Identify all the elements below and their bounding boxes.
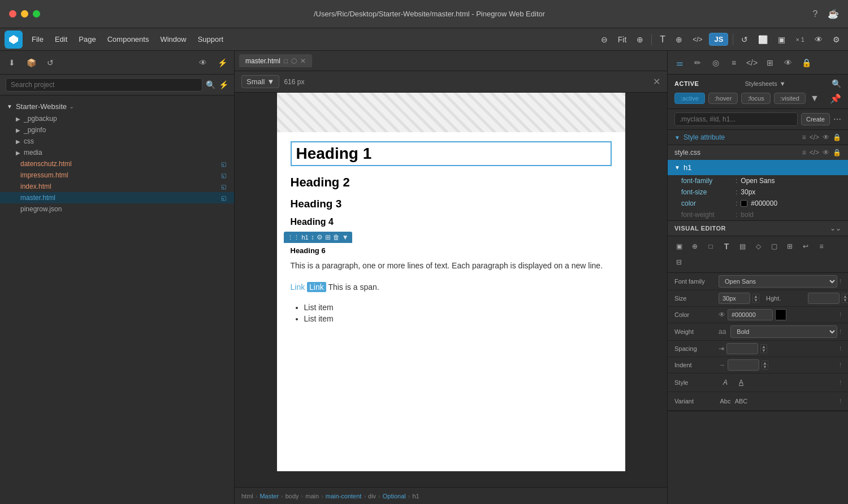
ve-spacing-down[interactable]: ▼ — [760, 349, 767, 353]
tree-pinegrow-json[interactable]: pinegrow.json — [0, 203, 234, 215]
style-attr-header[interactable]: ▼ Style attribute ≡ </> 👁 🔒 — [674, 133, 841, 141]
list-item-1[interactable]: List item — [304, 303, 612, 312]
preview-icon[interactable]: 👁 — [196, 55, 210, 70]
settings-element-icon[interactable]: ⚙ — [317, 233, 323, 241]
ve-color-preview[interactable] — [775, 309, 786, 320]
filter-icon[interactable]: ⚡ — [215, 55, 230, 70]
layers-icon[interactable]: ◎ — [708, 55, 723, 70]
list-item-2[interactable]: List item — [304, 314, 612, 323]
ve-color-more-icon[interactable]: ! — [840, 312, 841, 318]
filter-options-icon[interactable]: ⚡ — [219, 80, 228, 89]
settings-icon[interactable]: ⚙ — [829, 33, 843, 46]
close-button[interactable] — [9, 10, 16, 18]
css-code-icon[interactable]: </> — [810, 149, 819, 157]
css-value-font-weight[interactable]: bold — [741, 211, 754, 219]
css-value-font-family[interactable]: Open Sans — [741, 177, 775, 185]
preview-h2[interactable]: Heading 2 — [291, 175, 612, 190]
create-button[interactable]: Create — [801, 113, 830, 125]
ve-indent-more-icon[interactable]: ! — [840, 362, 841, 368]
ve-size-input[interactable] — [719, 293, 750, 304]
ve-color-eye-icon[interactable]: 👁 — [719, 311, 725, 319]
tree-datenschutz[interactable]: datenschutz.html ◱ — [0, 158, 234, 170]
brush-icon[interactable]: ✏ — [690, 55, 705, 70]
tree-css[interactable]: ▶ css — [0, 136, 234, 147]
ve-hght-input[interactable] — [808, 293, 840, 304]
grid-icon[interactable]: ⊞ — [325, 233, 331, 241]
stylesheets-dropdown[interactable]: Stylesheets ▼ — [742, 79, 789, 88]
history-icon[interactable]: ↺ — [43, 55, 58, 70]
size-selector[interactable]: Small ▼ — [241, 75, 279, 88]
project-header[interactable]: ▼ Starter-Website ⌄ — [0, 100, 234, 113]
tablet-icon[interactable]: ▣ — [775, 33, 789, 46]
select-icon[interactable]: ⊕ — [672, 33, 686, 46]
ve-spacing-input[interactable] — [726, 343, 758, 354]
eye-right-icon[interactable]: 👁 — [781, 55, 795, 70]
breadcrumb-main-content[interactable]: main-content — [326, 493, 362, 499]
menu-support[interactable]: Support — [193, 33, 228, 46]
refresh-icon[interactable]: ↺ — [738, 33, 751, 46]
preview-h1[interactable]: Heading 1 — [291, 141, 612, 166]
tree-pgbackup[interactable]: ▶ _pgbackup — [0, 113, 234, 124]
ve-indent-icon[interactable]: ↩ — [799, 240, 812, 253]
desktop-icon[interactable]: ⬜ — [755, 33, 771, 46]
ve-variant-ABC-icon[interactable]: ABC — [734, 394, 748, 408]
ve-indent-down[interactable]: ▼ — [762, 365, 768, 370]
tree-impressum[interactable]: impressum.html ◱ — [0, 170, 234, 181]
components-icon[interactable]: ⊞ — [763, 55, 777, 70]
project-dropdown[interactable]: ⌄ — [69, 103, 74, 110]
search-right-icon[interactable]: 🔍 — [832, 79, 841, 88]
minimize-button[interactable] — [21, 10, 28, 18]
tree-master[interactable]: master.html ◱ — [0, 192, 234, 203]
more-options-icon[interactable]: ⋯ — [833, 115, 841, 124]
preview-paragraph[interactable]: This is a paragraph, one or more lines o… — [291, 259, 612, 272]
preview-h3[interactable]: Heading 3 — [291, 198, 612, 210]
ve-font-family-more-icon[interactable]: ! — [840, 279, 841, 285]
styles-icon[interactable]: ⚌ — [672, 55, 687, 70]
style-attr-code-icon[interactable]: </> — [810, 133, 819, 141]
tree-media[interactable]: ▶ media — [0, 147, 234, 158]
ve-size-down[interactable]: ▼ — [752, 298, 759, 303]
menu-window[interactable]: Window — [155, 33, 191, 46]
pseudo-visited-btn[interactable]: :visited — [774, 93, 806, 104]
ve-variant-more-icon[interactable]: ! — [840, 398, 841, 405]
tab-close-icon[interactable]: ✕ — [300, 57, 306, 65]
zoom-out-btn[interactable]: ⊖ — [598, 33, 611, 46]
ve-indent-input[interactable] — [728, 359, 759, 371]
preview-link2[interactable]: Link — [307, 282, 326, 292]
ve-select-icon[interactable]: ▣ — [672, 240, 686, 253]
js-icon[interactable]: JS — [709, 33, 728, 46]
css-eye-icon[interactable]: 👁 — [823, 149, 829, 157]
css-value-font-size[interactable]: 30px — [741, 188, 755, 196]
breadcrumb-optional[interactable]: Optional — [383, 493, 406, 499]
ve-variant-abc-icon[interactable]: Abc — [719, 394, 732, 408]
preview-span[interactable]: This is a span. — [328, 283, 379, 292]
css-value-color[interactable]: #000000 — [751, 199, 777, 207]
ve-stripe-icon[interactable]: ▤ — [735, 240, 749, 253]
color-swatch[interactable] — [741, 200, 747, 207]
ve-weight-select[interactable]: Bold Normal Light — [730, 325, 837, 338]
ve-font-family-select[interactable]: Open Sans — [719, 275, 837, 288]
style-attr-eye-icon[interactable]: 👁 — [823, 133, 829, 141]
ve-style-a2-icon[interactable]: A — [734, 376, 748, 389]
resize-handle-icon[interactable]: ↕ — [311, 233, 314, 241]
pseudo-focus-btn[interactable]: :focus — [741, 93, 770, 104]
ve-box-icon[interactable]: □ — [704, 240, 717, 253]
ve-color-input[interactable] — [728, 309, 773, 320]
preview-close-btn[interactable]: ✕ — [653, 76, 660, 87]
preview-h6[interactable]: Heading 6 — [291, 246, 612, 255]
package-icon[interactable]: 📦 — [24, 55, 38, 70]
menu-edit[interactable]: Edit — [50, 33, 72, 46]
ve-text-icon[interactable]: T — [720, 240, 733, 253]
menu-file[interactable]: File — [27, 33, 48, 46]
pseudo-pin-icon[interactable]: 📌 — [830, 93, 841, 104]
css-lock-icon[interactable]: 🔒 — [833, 149, 841, 157]
css-list-icon[interactable]: ≡ — [802, 149, 806, 157]
code-icon[interactable]: </> — [689, 33, 706, 46]
search-input[interactable] — [6, 78, 202, 92]
ve-move-icon[interactable]: ⊕ — [688, 240, 702, 253]
ve-table-icon[interactable]: ⊟ — [672, 255, 686, 269]
code-right-icon[interactable]: </> — [745, 55, 759, 70]
delete-icon[interactable]: 🗑 — [333, 233, 340, 241]
ve-style-more-icon[interactable]: ! — [840, 380, 841, 386]
import-icon[interactable]: ⬇ — [5, 55, 19, 70]
